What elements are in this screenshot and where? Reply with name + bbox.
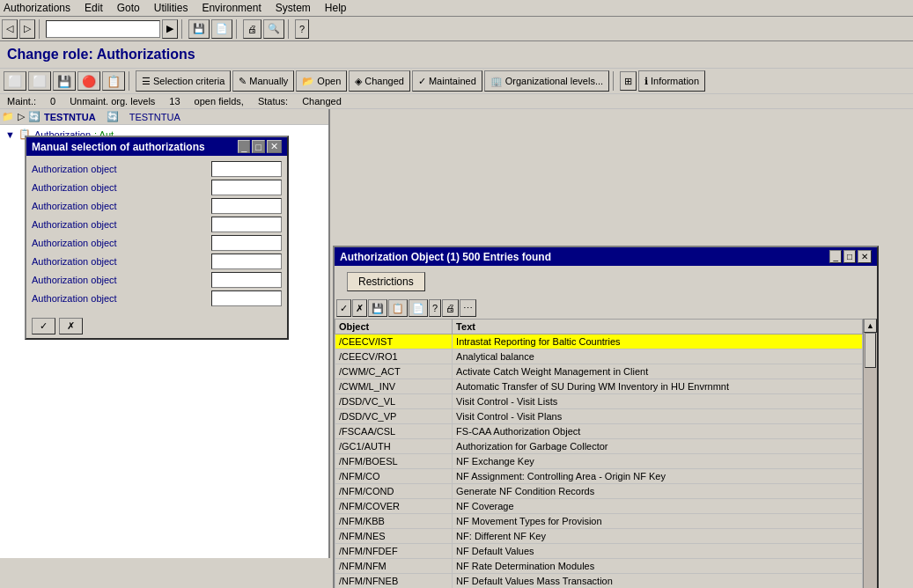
find-btn[interactable]: 🔍 — [263, 19, 284, 39]
menu-goto[interactable]: Goto — [117, 2, 140, 14]
new-btn[interactable]: 📄 — [211, 19, 232, 39]
auth-table-row[interactable]: /NFM/KBBNF Movement Types for Provision — [335, 514, 863, 529]
dialog-minimize[interactable]: _ — [238, 140, 250, 153]
auth-table-row[interactable]: /CEECV/ISTIntrastat Reporting for Baltic… — [335, 334, 863, 349]
maintained-btn[interactable]: ✓ Maintained — [412, 70, 482, 92]
selection-criteria-btn[interactable]: ☰ Selection criteria — [136, 70, 231, 92]
auth-table-row[interactable]: /DSD/VC_VPVisit Control - Visit Plans — [335, 409, 863, 424]
table-icon[interactable]: ⊞ — [620, 71, 637, 91]
auth-table-row[interactable]: /NFM/NESNF: Different NF Key — [335, 529, 863, 544]
auth-expand-icon[interactable]: ▼ — [5, 129, 15, 140]
sb-thumb[interactable] — [865, 333, 876, 368]
auth-more-btn[interactable]: ⋯ — [460, 299, 476, 317]
auth-table-row[interactable]: /NFM/CONDGenerate NF Condition Records — [335, 484, 863, 499]
auth-dialog-minimize[interactable]: _ — [829, 250, 842, 263]
help-btn[interactable]: ? — [295, 19, 309, 39]
auth-table-row[interactable]: /GC1/AUTHAuthorization for Garbage Colle… — [335, 439, 863, 454]
dialog-cancel-btn[interactable]: ✗ — [59, 318, 83, 334]
dialog-input-8[interactable] — [211, 290, 282, 306]
auth-table-row[interactable]: /NFM/BOESLNF Exchange Key — [335, 454, 863, 469]
auth-object-cell: /NFM/CO — [335, 469, 453, 484]
toolbar-icon5[interactable]: 📋 — [102, 71, 125, 91]
auth-x-btn[interactable]: ✗ — [352, 299, 367, 317]
auth-object-cell: /CEECV/RO1 — [335, 349, 453, 364]
forward-btn[interactable]: ▷ — [19, 19, 35, 39]
auth-object-dialog: Authorization Object (1) 500 Entries fou… — [333, 246, 879, 588]
auth-object-cell: /GC1/AUTH — [335, 439, 453, 454]
sb-up-arrow[interactable]: ▲ — [864, 319, 877, 333]
auth-dialog-toolbar: ✓ ✗ 💾 📋 📄 ? 🖨 ⋯ — [335, 298, 877, 319]
changed-btn[interactable]: ◈ Changed — [349, 70, 410, 92]
dialog-input-5[interactable] — [211, 235, 282, 251]
menu-authorizations[interactable]: Authorizations — [4, 2, 70, 14]
dialog-input-7[interactable] — [211, 272, 282, 288]
dialog-close[interactable]: ✕ — [267, 140, 282, 153]
auth-help-btn[interactable]: ? — [429, 299, 441, 317]
role-expand[interactable]: ▷ — [18, 111, 25, 122]
auth-object-cell: /CWM/L_INV — [335, 379, 453, 394]
menu-utilities[interactable]: Utilities — [154, 2, 188, 14]
auth-object-cell: /CEECV/IST — [335, 334, 453, 349]
dialog-row-7: Authorization object — [32, 272, 282, 288]
dialog-label-8: Authorization object — [32, 293, 137, 304]
toolbar-icon4[interactable]: 🔴 — [77, 71, 100, 91]
auth-table-row[interactable]: /CEECV/RO1Analytical balance — [335, 349, 863, 364]
dialog-label-7: Authorization object — [32, 275, 137, 285]
org-levels-btn[interactable]: 🏢 Organizational levels... — [484, 70, 609, 92]
auth-paste-btn[interactable]: 📄 — [409, 299, 428, 317]
dialog-input-4[interactable] — [211, 217, 282, 232]
auth-text-cell: Activate Catch Weight Management in Clie… — [453, 364, 863, 379]
auth-scrollbar-v[interactable]: ▲ ▼ — [863, 319, 877, 588]
auth-table-row[interactable]: /DSD/VC_VLVisit Control - Visit Lists — [335, 394, 863, 409]
dialog-row-2: Authorization object — [32, 180, 282, 195]
dialog-maximize[interactable]: □ — [252, 140, 265, 153]
open-label: Open — [317, 76, 341, 86]
auth-copy-btn[interactable]: 📋 — [388, 299, 408, 317]
manual-selection-dialog: Manual selection of authorizations _ □ ✕… — [25, 136, 289, 340]
sb-track[interactable] — [864, 333, 877, 588]
auth-table-scroll-area: Object Text /CEECV/ISTIntrastat Reportin… — [335, 319, 877, 588]
auth-print-btn[interactable]: 🖨 — [442, 299, 459, 317]
auth-table-row[interactable]: /NFM/NFNEBNF Default Values Mass Transac… — [335, 574, 863, 589]
information-btn[interactable]: ℹ Information — [638, 70, 705, 92]
auth-table-row[interactable]: /NFM/COVERNF Coverage — [335, 499, 863, 514]
dialog-confirm-btn[interactable]: ✓ — [32, 318, 55, 334]
auth-text-cell: Visit Control - Visit Lists — [453, 394, 863, 409]
auth-dialog-close[interactable]: ✕ — [858, 250, 872, 263]
manually-btn[interactable]: ✎ Manually — [232, 70, 294, 92]
dialog-input-6[interactable] — [211, 254, 282, 269]
dialog-input-3[interactable] — [211, 198, 282, 214]
dialog-input-1[interactable] — [211, 161, 282, 177]
toolbar-icon1[interactable]: ⬜ — [4, 71, 26, 91]
menu-bar: Authorizations Edit Goto Utilities Envir… — [0, 0, 913, 17]
save-btn[interactable]: 💾 — [188, 19, 210, 39]
auth-dialog-maximize[interactable]: □ — [843, 250, 856, 263]
menu-help[interactable]: Help — [325, 2, 347, 14]
auth-table-row[interactable]: /FSCAA/CSLFS-CAA Authorization Object — [335, 424, 863, 439]
maint-value: 0 — [50, 96, 55, 107]
print-btn[interactable]: 🖨 — [243, 19, 261, 39]
open-btn[interactable]: 📂 Open — [296, 70, 347, 92]
auth-table-row[interactable]: /CWM/L_INVAutomatic Transfer of SU Durin… — [335, 379, 863, 394]
auth-table-row[interactable]: /NFM/NFMNF Rate Determination Modules — [335, 559, 863, 574]
auth-object-cell: /DSD/VC_VP — [335, 409, 453, 424]
restrictions-btn[interactable]: Restrictions — [347, 272, 425, 291]
auth-table-row[interactable]: /NFM/CONF Assignment: Controlling Area -… — [335, 469, 863, 484]
auth-check-btn[interactable]: ✓ — [336, 299, 351, 317]
menu-system[interactable]: System — [276, 2, 311, 14]
toolbar-icon2[interactable]: ⬜ — [28, 71, 51, 91]
auth-table-row[interactable]: /NFM/NFDEFNF Default Values — [335, 544, 863, 559]
back-btn[interactable]: ◁ — [2, 19, 18, 39]
menu-edit[interactable]: Edit — [85, 2, 103, 14]
auth-object-cell: /NFM/COVER — [335, 499, 453, 514]
dialog-action-buttons: ✓ ✗ — [26, 314, 287, 338]
auth-table-row[interactable]: /CWM/C_ACTActivate Catch Weight Manageme… — [335, 364, 863, 379]
toolbar-icon3[interactable]: 💾 — [53, 71, 76, 91]
nav-input[interactable] — [46, 20, 160, 38]
auth-save-btn[interactable]: 💾 — [368, 299, 387, 317]
menu-environment[interactable]: Environment — [202, 2, 261, 14]
top-toolbar: ◁ ▷ ▶ 💾 📄 🖨 🔍 ? — [0, 17, 913, 41]
dialog-input-2[interactable] — [211, 180, 282, 195]
nav-go[interactable]: ▶ — [162, 19, 178, 39]
fields-count: 13 — [169, 96, 180, 107]
